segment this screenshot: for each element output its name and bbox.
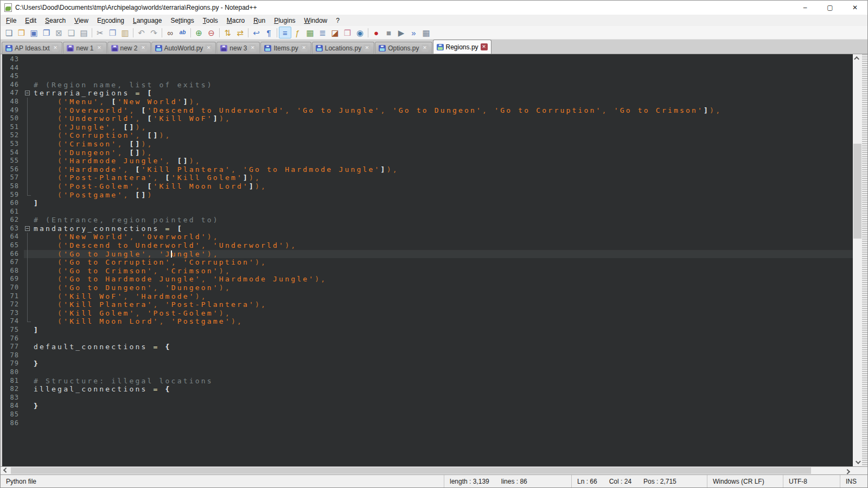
tab-new-2[interactable]: new 2✕ xyxy=(107,42,151,54)
tab-regions-py[interactable]: Regions.py✕ xyxy=(433,40,492,54)
line-number[interactable]: 71 xyxy=(2,292,24,301)
tab-autoworld-py[interactable]: AutoWorld.py✕ xyxy=(151,42,216,54)
fold-margin[interactable]: − xyxy=(24,89,34,98)
code-line-56[interactable]: 56 ('Hardmode', ['Kill Plantera', 'Go to… xyxy=(2,165,853,174)
code-line-45[interactable]: 45 xyxy=(2,72,853,81)
line-number[interactable]: 48 xyxy=(2,98,24,106)
code-line-57[interactable]: 57 ('Post-Plantera', ['Kill Golem']), xyxy=(2,174,853,182)
line-number[interactable]: 60 xyxy=(2,199,24,208)
code-line-52[interactable]: 52 ('Corruption', []), xyxy=(2,131,853,140)
line-number[interactable]: 52 xyxy=(2,131,24,140)
macro-play-button[interactable]: ▶ xyxy=(395,27,407,38)
vertical-scrollbar[interactable] xyxy=(853,54,862,466)
code-line-50[interactable]: 50 ('Underworld', ['Kill WoF']), xyxy=(2,114,853,123)
code-line-44[interactable]: 44 xyxy=(2,64,853,73)
line-number[interactable]: 57 xyxy=(2,174,24,182)
code-line-46[interactable]: 46# (Region name, list of exits) xyxy=(2,81,853,89)
save-all-button[interactable]: ❐ xyxy=(40,27,53,38)
line-number[interactable]: 53 xyxy=(2,140,24,149)
code-area[interactable]: 43444546# (Region name, list of exits)47… xyxy=(2,54,853,466)
menu-macro[interactable]: Macro xyxy=(222,16,249,25)
document-list-button[interactable]: ≣ xyxy=(316,27,329,38)
menu-search[interactable]: Search xyxy=(41,16,70,25)
line-number[interactable]: 46 xyxy=(2,81,24,89)
code-line-65[interactable]: 65 ('Descend to Underworld', 'Underworld… xyxy=(2,241,853,250)
line-number[interactable]: 51 xyxy=(2,123,24,132)
code-line-49[interactable]: 49 ('Overworld', ['Descend to Underworld… xyxy=(2,106,853,115)
line-number[interactable]: 84 xyxy=(2,402,24,410)
folder-as-workspace-button[interactable]: ❒ xyxy=(341,27,354,38)
line-number[interactable]: 66 xyxy=(2,250,24,259)
menu-plugins[interactable]: Plugins xyxy=(270,16,299,25)
copy-button[interactable]: ❐ xyxy=(106,27,119,38)
menu-window[interactable]: Window xyxy=(300,16,332,25)
horizontal-scroll-thumb[interactable] xyxy=(11,467,811,474)
code-line-43[interactable]: 43 xyxy=(2,55,853,64)
open-file-button[interactable]: ❒ xyxy=(15,27,28,38)
menu-settings[interactable]: Settings xyxy=(166,16,198,25)
code-line-48[interactable]: 48 ('Menu', ['New World']), xyxy=(2,98,853,106)
paste-button[interactable]: ▥ xyxy=(119,27,131,38)
tab-close-icon[interactable]: ✕ xyxy=(205,44,212,52)
tab-close-icon[interactable]: ✕ xyxy=(96,44,103,52)
code-line-58[interactable]: 58 ('Post-Golem', ['Kill Moon Lord']), xyxy=(2,182,853,191)
fold-margin[interactable]: − xyxy=(24,224,34,233)
line-number[interactable]: 62 xyxy=(2,216,24,224)
code-line-64[interactable]: 64 ('New World', 'Overworld'), xyxy=(2,233,853,241)
tab-close-icon[interactable]: ✕ xyxy=(363,44,371,52)
tab-ap-ideas-txt[interactable]: AP Ideas.txt✕ xyxy=(2,42,62,54)
code-line-86[interactable]: 86 xyxy=(2,419,853,428)
line-number[interactable]: 76 xyxy=(2,335,24,343)
zoom-out-button[interactable]: ⊖ xyxy=(205,27,218,38)
macro-run-multiple-button[interactable]: » xyxy=(407,27,420,38)
zoom-in-button[interactable]: ⊕ xyxy=(193,27,205,38)
cut-button[interactable]: ✂ xyxy=(94,27,106,38)
line-number[interactable]: 61 xyxy=(2,208,24,216)
code-line-84[interactable]: 84} xyxy=(2,402,853,410)
line-number[interactable]: 77 xyxy=(2,343,24,351)
sync-horizontal-button[interactable]: ⇄ xyxy=(234,27,246,38)
line-number[interactable]: 86 xyxy=(2,419,24,428)
fold-collapse-icon[interactable]: − xyxy=(25,91,30,95)
line-number[interactable]: 49 xyxy=(2,106,24,115)
line-number[interactable]: 56 xyxy=(2,165,24,174)
code-line-76[interactable]: 76 xyxy=(2,335,853,343)
menu-view[interactable]: View xyxy=(70,16,93,25)
line-number[interactable]: 82 xyxy=(2,385,24,394)
show-all-chars-button[interactable]: ¶ xyxy=(263,27,275,38)
redo-button[interactable]: ↷ xyxy=(148,27,160,38)
print-button[interactable]: ▤ xyxy=(78,27,90,38)
code-line-72[interactable]: 72 ('Kill Plantera', 'Post-Plantera'), xyxy=(2,300,853,309)
code-line-53[interactable]: 53 ('Crimson', []), xyxy=(2,140,853,149)
line-number[interactable]: 85 xyxy=(2,410,24,419)
line-number[interactable]: 58 xyxy=(2,182,24,191)
line-number[interactable]: 81 xyxy=(2,377,24,386)
macro-record-button[interactable]: ● xyxy=(370,27,382,38)
code-line-51[interactable]: 51 ('Jungle', []), xyxy=(2,123,853,132)
code-line-71[interactable]: 71 ('Kill WoF', 'Hardmode'), xyxy=(2,292,853,301)
line-number[interactable]: 59 xyxy=(2,191,24,200)
code-line-73[interactable]: 73 ('Kill Golem', 'Post-Golem'), xyxy=(2,309,853,318)
line-number[interactable]: 74 xyxy=(2,317,24,326)
line-number[interactable]: 54 xyxy=(2,149,24,157)
word-wrap-button[interactable]: ↩ xyxy=(250,27,263,38)
save-button[interactable]: ▣ xyxy=(28,27,40,38)
code-line-80[interactable]: 80 xyxy=(2,368,853,377)
code-line-82[interactable]: 82illegal_connections = { xyxy=(2,385,853,394)
line-number[interactable]: 70 xyxy=(2,284,24,292)
menu-language[interactable]: Language xyxy=(129,16,166,25)
minimize-button[interactable]: – xyxy=(793,1,818,15)
line-number[interactable]: 45 xyxy=(2,72,24,81)
macro-save-button[interactable]: ▦ xyxy=(420,27,432,38)
macro-stop-button[interactable]: ■ xyxy=(382,27,395,38)
line-number[interactable]: 75 xyxy=(2,326,24,335)
line-number[interactable]: 63 xyxy=(2,224,24,233)
close-button[interactable]: ⊠ xyxy=(53,27,65,38)
tab-new-1[interactable]: new 1✕ xyxy=(63,42,106,54)
view-file-button[interactable]: ◉ xyxy=(354,27,366,38)
line-number[interactable]: 69 xyxy=(2,275,24,284)
tab-close-icon[interactable]: ✕ xyxy=(249,44,256,52)
code-line-63[interactable]: 63−mandatory_connections = [ xyxy=(2,224,853,233)
line-number[interactable]: 43 xyxy=(2,55,24,64)
line-number[interactable]: 67 xyxy=(2,258,24,267)
